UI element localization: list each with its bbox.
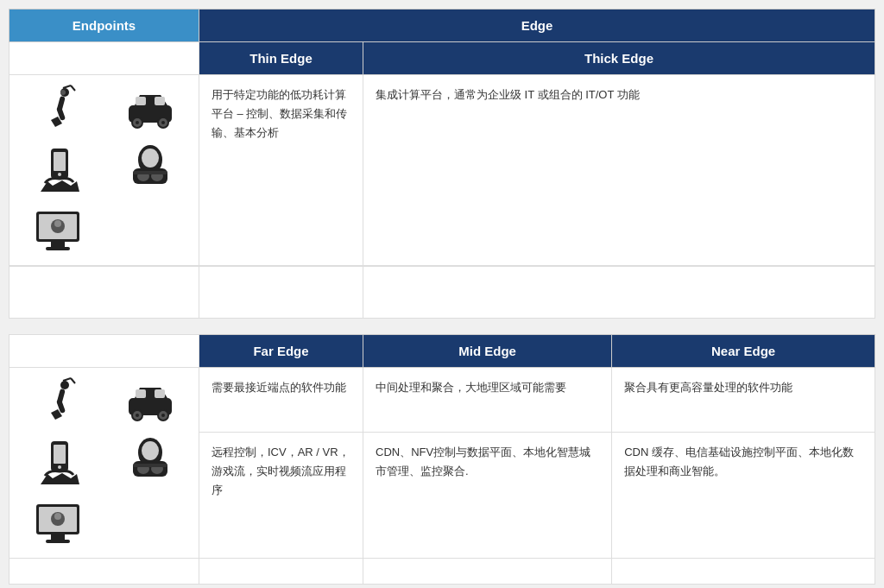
near-edge-header: Near Edge <box>612 334 875 367</box>
svg-point-17 <box>142 149 159 168</box>
endpoints-header: Endpoints <box>9 9 199 42</box>
far-edge-row1-content: 需要最接近端点的软件功能 <box>199 367 363 432</box>
robot-arm2-icon <box>16 376 100 428</box>
page-wrapper: Endpoints Edge Thin Edge Thick Edge <box>0 0 884 588</box>
svg-point-15 <box>58 173 61 176</box>
svg-point-12 <box>161 121 165 124</box>
edge-header: Edge <box>199 9 875 42</box>
svg-point-54 <box>54 513 61 520</box>
far-edge-header: Far Edge <box>199 334 363 367</box>
section2-table: Far Edge Mid Edge Near Edge <box>9 334 875 585</box>
svg-rect-25 <box>46 247 70 250</box>
far-edge-row2-content: 远程控制，ICV，AR / VR，游戏流，实时视频流应用程序 <box>199 432 363 558</box>
svg-point-27 <box>54 220 61 227</box>
svg-point-39 <box>161 414 165 417</box>
svg-point-3 <box>60 90 66 95</box>
hand-phone2-icon <box>16 437 100 489</box>
svg-rect-8 <box>155 97 165 105</box>
icons-grid-1 <box>16 84 192 256</box>
hand-phone-icon <box>16 144 100 196</box>
svg-line-5 <box>71 85 75 91</box>
near-edge-row2-content: CDN 缓存、电信基础设施控制平面、本地化数据处理和商业智能。 <box>612 432 875 558</box>
svg-line-32 <box>71 378 75 383</box>
svg-rect-14 <box>54 152 66 171</box>
section1-table: Endpoints Edge Thin Edge Thick Edge <box>9 9 875 319</box>
thick-edge-content: 集成计算平台，通常为企业级 IT 或组合的 IT/OT 功能 <box>363 75 875 267</box>
svg-rect-51 <box>51 534 65 540</box>
svg-point-38 <box>136 414 139 417</box>
svg-rect-21 <box>133 171 167 174</box>
near-edge-row1-content: 聚合具有更高容量处理的软件功能 <box>612 367 875 432</box>
svg-point-44 <box>142 441 159 460</box>
svg-line-31 <box>63 378 71 381</box>
vr-headset2-icon <box>109 437 193 489</box>
svg-point-11 <box>136 121 139 124</box>
icons-grid-2 <box>16 376 192 549</box>
thin-edge-header: Thin Edge <box>199 42 363 75</box>
svg-rect-48 <box>133 464 167 467</box>
section2-icons-cell <box>9 367 199 558</box>
mid-edge-row2-content: CDN、NFV控制与数据平面、本地化智慧城市管理、监控聚合. <box>363 432 612 558</box>
svg-point-42 <box>58 465 61 469</box>
svg-rect-7 <box>136 97 146 105</box>
svg-rect-24 <box>51 242 65 247</box>
section1-icons-cell <box>9 75 199 267</box>
monitor-icon <box>16 205 100 256</box>
thick-edge-header: Thick Edge <box>363 42 875 75</box>
svg-rect-41 <box>54 445 66 464</box>
svg-line-4 <box>63 85 71 88</box>
monitor2-icon <box>16 497 100 549</box>
car2-icon <box>109 376 193 428</box>
thin-edge-content: 用于特定功能的低功耗计算平台 – 控制、数据采集和传输、基本分析 <box>199 75 363 267</box>
vr-headset-icon <box>109 144 193 196</box>
svg-point-28 <box>60 381 69 389</box>
svg-rect-35 <box>155 389 165 398</box>
mid-edge-row1-content: 中间处理和聚合，大地理区域可能需要 <box>363 367 612 432</box>
mid-edge-header: Mid Edge <box>363 334 612 367</box>
svg-rect-34 <box>136 389 146 398</box>
car-icon <box>109 84 193 136</box>
svg-rect-52 <box>46 540 70 543</box>
robot-arm-icon <box>16 84 100 136</box>
